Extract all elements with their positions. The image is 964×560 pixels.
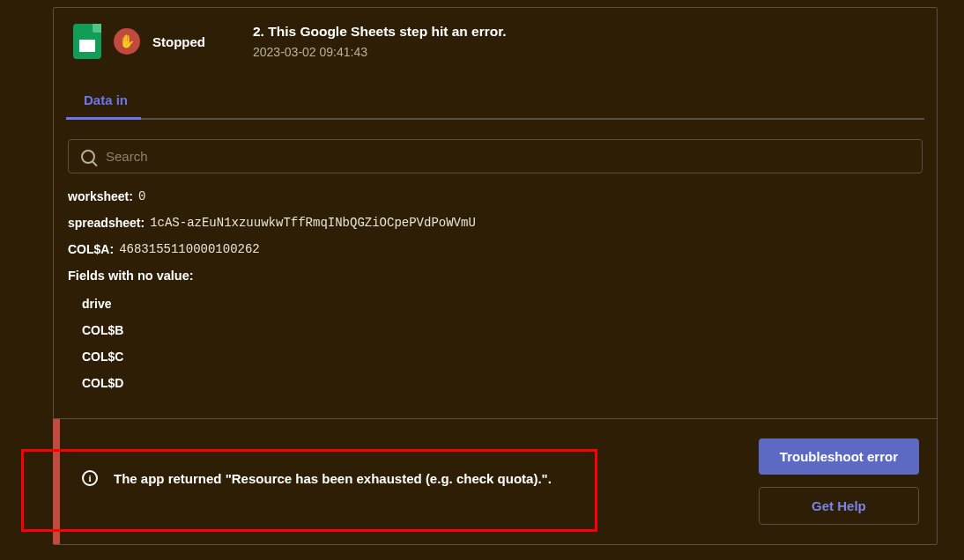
data-row-spreadsheet: spreadsheet: 1cAS-azEuN1xzuuwkwTffRmqINb… [68, 216, 923, 230]
troubleshoot-button[interactable]: Troubleshoot error [759, 438, 919, 475]
search-input[interactable] [106, 149, 909, 164]
data-row-col-a: COL$A: 4683155110000100262 [68, 242, 923, 256]
step-header: ✋ Stopped 2. This Google Sheets step hit… [54, 8, 937, 75]
col-a-value: 4683155110000100262 [119, 242, 260, 256]
get-help-button[interactable]: Get Help [759, 487, 919, 525]
error-buttons: Troubleshoot error Get Help [759, 438, 919, 525]
worksheet-value: 0 [138, 189, 145, 203]
no-value-item: drive [82, 297, 923, 311]
google-sheets-icon [73, 24, 101, 59]
no-value-title: Fields with no value: [68, 269, 923, 283]
col-a-label: COL$A: [68, 242, 114, 256]
error-content: i The app returned "Resource has been ex… [71, 438, 552, 486]
data-row-worksheet: worksheet: 0 [68, 189, 923, 203]
tabs: Data in [54, 75, 937, 120]
step-title: 2. This Google Sheets step hit an error. [253, 24, 507, 40]
search-box[interactable] [68, 139, 923, 173]
header-content: 2. This Google Sheets step hit an error.… [253, 24, 507, 59]
error-message: The app returned "Resource has been exha… [114, 471, 552, 486]
timestamp: 2023-03-02 09:41:43 [253, 45, 507, 59]
step-card: ✋ Stopped 2. This Google Sheets step hit… [53, 7, 938, 545]
no-value-item: COL$B [82, 323, 923, 337]
error-indicator-bar [53, 419, 60, 544]
spreadsheet-label: spreadsheet: [68, 216, 145, 230]
no-value-item: COL$D [82, 376, 923, 390]
tab-underline [66, 118, 924, 120]
info-icon: i [82, 470, 98, 486]
no-value-item: COL$C [82, 350, 923, 364]
spreadsheet-value: 1cAS-azEuN1xzuuwkwTffRmqINbQGZiOCpePVdPo… [150, 216, 476, 230]
error-section: i The app returned "Resource has been ex… [54, 418, 937, 544]
stop-icon: ✋ [114, 28, 140, 55]
data-section: worksheet: 0 spreadsheet: 1cAS-azEuN1xzu… [54, 189, 937, 418]
tab-data-in[interactable]: Data in [54, 75, 154, 120]
status-label: Stopped [152, 34, 205, 49]
worksheet-label: worksheet: [68, 189, 133, 203]
search-icon [81, 150, 95, 164]
